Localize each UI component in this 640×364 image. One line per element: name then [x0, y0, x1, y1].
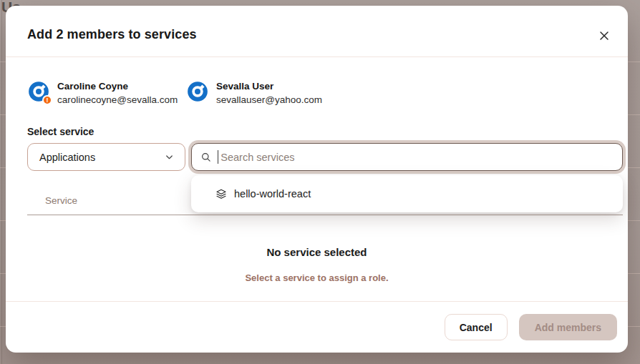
chevron-down-icon	[164, 152, 175, 162]
search-results-dropdown: hello-world-react	[191, 175, 623, 212]
add-members-button[interactable]: Add members	[519, 314, 617, 340]
modal-footer: Cancel Add members	[6, 301, 628, 353]
service-option-label: hello-world-react	[234, 188, 311, 200]
member-name: Sevalla User	[216, 80, 322, 92]
member-email: sevallauser@yahoo.com	[216, 94, 322, 105]
modal-title: Add 2 members to services	[27, 27, 197, 42]
cancel-button[interactable]: Cancel	[445, 314, 508, 340]
background-sidebar-divider	[1, 0, 2, 364]
service-type-value: Applications	[39, 152, 95, 163]
close-icon[interactable]	[598, 29, 611, 42]
member-name: Caroline Coyne	[57, 80, 178, 92]
member-card: ! Caroline Coyne carolinecoyne@sevalla.c…	[27, 80, 178, 105]
pending-warning-badge: !	[42, 95, 52, 105]
select-service-label: Select service	[27, 126, 94, 137]
stack-icon	[215, 188, 227, 200]
avatar: !	[27, 80, 50, 103]
text-caret	[218, 150, 218, 164]
search-services-field[interactable]	[191, 143, 623, 171]
service-type-select[interactable]: Applications	[27, 143, 185, 171]
empty-state-title: No service selected	[6, 246, 628, 258]
member-card: Sevalla User sevallauser@yahoo.com	[186, 80, 322, 105]
avatar	[186, 80, 209, 103]
table-header-divider	[27, 215, 623, 215]
sevalla-logo-icon	[186, 80, 209, 103]
search-input[interactable]	[220, 152, 614, 163]
service-column-header: Service	[45, 195, 77, 206]
empty-state-subtitle: Select a service to assign a role.	[6, 272, 628, 283]
member-email: carolinecoyne@sevalla.com	[57, 94, 178, 105]
add-members-modal: Add 2 members to services ! Caroline Coy…	[6, 6, 628, 353]
modal-header: Add 2 members to services	[6, 6, 628, 57]
search-icon	[200, 152, 212, 163]
service-option-hello-world-react[interactable]: hello-world-react	[191, 175, 623, 212]
